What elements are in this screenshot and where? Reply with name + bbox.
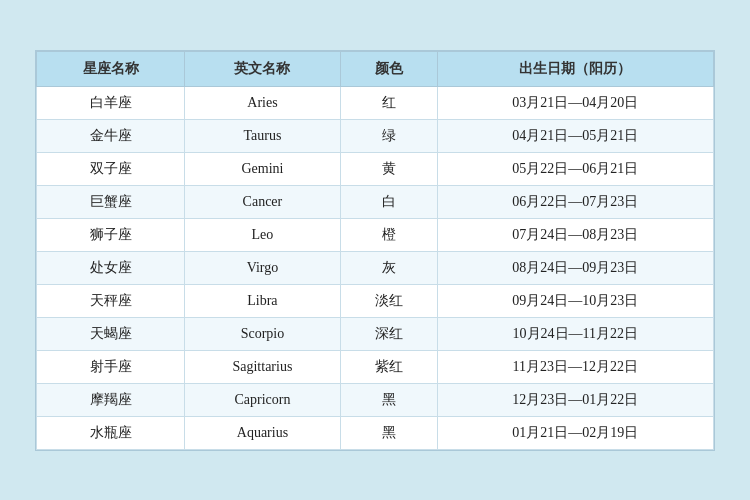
cell-english: Virgo — [185, 251, 340, 284]
table-row: 双子座Gemini黄05月22日—06月21日 — [37, 152, 714, 185]
cell-dates: 04月21日—05月21日 — [437, 119, 713, 152]
table-header-row: 星座名称 英文名称 颜色 出生日期（阳历） — [37, 51, 714, 86]
cell-chinese: 金牛座 — [37, 119, 185, 152]
cell-dates: 07月24日—08月23日 — [437, 218, 713, 251]
cell-chinese: 水瓶座 — [37, 416, 185, 449]
cell-english: Aquarius — [185, 416, 340, 449]
zodiac-table: 星座名称 英文名称 颜色 出生日期（阳历） 白羊座Aries红03月21日—04… — [36, 51, 714, 450]
cell-english: Taurus — [185, 119, 340, 152]
cell-dates: 08月24日—09月23日 — [437, 251, 713, 284]
col-dates: 出生日期（阳历） — [437, 51, 713, 86]
cell-color: 绿 — [340, 119, 437, 152]
cell-english: Aries — [185, 86, 340, 119]
cell-chinese: 巨蟹座 — [37, 185, 185, 218]
cell-chinese: 天秤座 — [37, 284, 185, 317]
table-row: 水瓶座Aquarius黑01月21日—02月19日 — [37, 416, 714, 449]
cell-dates: 12月23日—01月22日 — [437, 383, 713, 416]
cell-color: 橙 — [340, 218, 437, 251]
table-row: 天秤座Libra淡红09月24日—10月23日 — [37, 284, 714, 317]
cell-english: Sagittarius — [185, 350, 340, 383]
table-row: 摩羯座Capricorn黑12月23日—01月22日 — [37, 383, 714, 416]
cell-dates: 03月21日—04月20日 — [437, 86, 713, 119]
cell-chinese: 狮子座 — [37, 218, 185, 251]
cell-color: 黑 — [340, 383, 437, 416]
cell-color: 灰 — [340, 251, 437, 284]
cell-color: 黑 — [340, 416, 437, 449]
cell-english: Libra — [185, 284, 340, 317]
cell-chinese: 摩羯座 — [37, 383, 185, 416]
col-chinese-name: 星座名称 — [37, 51, 185, 86]
table-row: 射手座Sagittarius紫红11月23日—12月22日 — [37, 350, 714, 383]
cell-color: 淡红 — [340, 284, 437, 317]
cell-color: 紫红 — [340, 350, 437, 383]
cell-dates: 09月24日—10月23日 — [437, 284, 713, 317]
table-row: 狮子座Leo橙07月24日—08月23日 — [37, 218, 714, 251]
table-row: 巨蟹座Cancer白06月22日—07月23日 — [37, 185, 714, 218]
cell-english: Leo — [185, 218, 340, 251]
cell-english: Cancer — [185, 185, 340, 218]
cell-dates: 10月24日—11月22日 — [437, 317, 713, 350]
zodiac-table-wrapper: 星座名称 英文名称 颜色 出生日期（阳历） 白羊座Aries红03月21日—04… — [35, 50, 715, 451]
cell-english: Capricorn — [185, 383, 340, 416]
cell-color: 红 — [340, 86, 437, 119]
col-english-name: 英文名称 — [185, 51, 340, 86]
cell-color: 黄 — [340, 152, 437, 185]
cell-chinese: 天蝎座 — [37, 317, 185, 350]
table-row: 金牛座Taurus绿04月21日—05月21日 — [37, 119, 714, 152]
cell-dates: 05月22日—06月21日 — [437, 152, 713, 185]
cell-chinese: 双子座 — [37, 152, 185, 185]
cell-chinese: 射手座 — [37, 350, 185, 383]
cell-english: Scorpio — [185, 317, 340, 350]
cell-color: 深红 — [340, 317, 437, 350]
cell-dates: 11月23日—12月22日 — [437, 350, 713, 383]
cell-chinese: 处女座 — [37, 251, 185, 284]
table-body: 白羊座Aries红03月21日—04月20日金牛座Taurus绿04月21日—0… — [37, 86, 714, 449]
col-color: 颜色 — [340, 51, 437, 86]
table-row: 天蝎座Scorpio深红10月24日—11月22日 — [37, 317, 714, 350]
cell-chinese: 白羊座 — [37, 86, 185, 119]
cell-dates: 01月21日—02月19日 — [437, 416, 713, 449]
table-row: 处女座Virgo灰08月24日—09月23日 — [37, 251, 714, 284]
cell-english: Gemini — [185, 152, 340, 185]
cell-dates: 06月22日—07月23日 — [437, 185, 713, 218]
cell-color: 白 — [340, 185, 437, 218]
table-row: 白羊座Aries红03月21日—04月20日 — [37, 86, 714, 119]
